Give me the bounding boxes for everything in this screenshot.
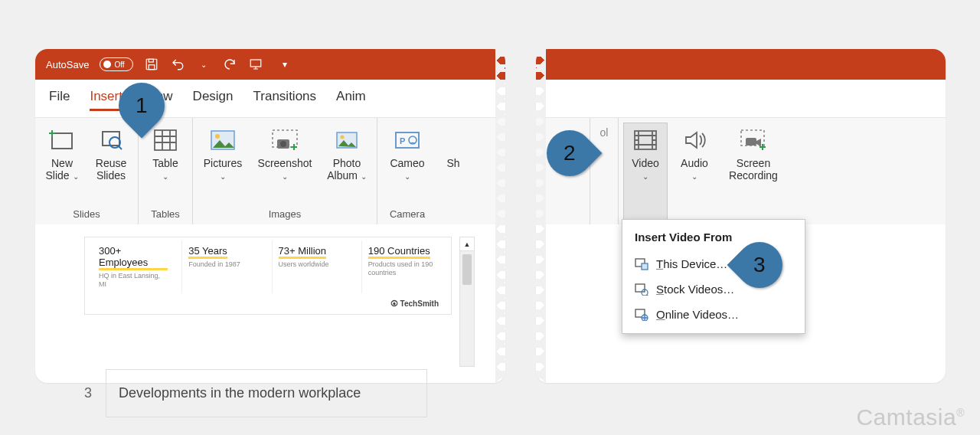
undo-icon[interactable] — [170, 57, 185, 72]
slide-number-3: 3 — [84, 385, 92, 401]
stat-countries: 190 Countries Products used in 190 count… — [361, 240, 443, 293]
stat-employees: 300+ Employees HQ in East Lansing, MI — [93, 240, 174, 293]
autosave-toggle[interactable]: Off — [100, 57, 133, 71]
screenshot-icon — [270, 126, 299, 154]
slide-3-title: Developments in the modern workplace — [106, 369, 427, 417]
svg-rect-20 — [746, 138, 756, 146]
table-button[interactable]: Table⌄ — [143, 123, 188, 207]
save-icon[interactable] — [144, 57, 159, 72]
ribbon-group-slides: New Slide ⌄ Reuse Slides Slides — [35, 118, 139, 224]
autosave-label: AutoSave — [46, 59, 89, 70]
ribbon-group-media: Video⌄ Audio⌄ Screen Recording — [619, 118, 790, 224]
tab-file[interactable]: File — [49, 89, 70, 111]
tab-insert[interactable]: Insert — [90, 89, 122, 111]
svg-text:P: P — [400, 136, 405, 146]
online-videos-icon — [635, 309, 648, 321]
dropdown-header: Insert Video From — [622, 227, 805, 251]
title-bar-right: . — [536, 49, 946, 80]
this-device-icon — [635, 258, 648, 270]
ribbon-group-tables: Table⌄ Tables — [139, 118, 193, 224]
screen-recording-button[interactable]: Screen Recording — [721, 123, 786, 223]
ribbon-group-camera: P Cameo⌄ Camera — [377, 118, 437, 224]
group-label-tables: Tables — [151, 207, 180, 223]
reuse-slides-icon — [96, 126, 126, 154]
pictures-icon — [208, 126, 237, 154]
new-slide-button[interactable]: New Slide ⌄ — [40, 123, 84, 207]
photo-album-icon — [332, 126, 361, 154]
svg-rect-7 — [155, 130, 176, 150]
menu-stock-videos[interactable]: Stock Videos… — [622, 276, 805, 302]
svg-point-12 — [280, 141, 286, 147]
svg-rect-1 — [149, 59, 154, 62]
cameo-button[interactable]: P Cameo⌄ — [382, 123, 433, 207]
audio-icon — [680, 126, 709, 154]
ribbon-insert: New Slide ⌄ Reuse Slides Slides Table⌄ — [35, 117, 505, 224]
tab-transitions[interactable]: Transitions — [253, 89, 317, 111]
svg-point-9 — [215, 134, 220, 139]
video-icon — [631, 126, 660, 154]
qat-customize-icon[interactable]: ▾ — [277, 57, 292, 72]
torn-edge-right — [495, 49, 506, 383]
svg-point-14 — [341, 136, 345, 139]
group-label-slides: Slides — [73, 207, 100, 223]
present-icon[interactable] — [248, 57, 263, 72]
ribbon-unknown-cut[interactable]: ol — [595, 123, 613, 223]
torn-edge-left — [535, 49, 546, 383]
photo-album-button[interactable]: Photo Album ⌄ — [322, 123, 372, 207]
slide-thumbnail-2[interactable]: 300+ Employees HQ in East Lansing, MI 35… — [84, 237, 452, 315]
camtasia-watermark: Camtasia® — [856, 404, 965, 430]
table-icon — [151, 126, 180, 154]
screenshot-button[interactable]: Screenshot⌄ — [253, 123, 317, 207]
svg-rect-4 — [52, 133, 72, 149]
group-label-camera: Camera — [390, 207, 425, 223]
svg-rect-3 — [251, 60, 262, 67]
svg-rect-0 — [147, 59, 158, 70]
shapes-button-cut[interactable]: Sh — [442, 123, 465, 223]
title-bar: AutoSave Off ⌄ ▾ — [35, 49, 505, 80]
stock-videos-icon — [635, 283, 648, 296]
scroll-thumb[interactable] — [462, 254, 472, 285]
undo-dropdown-icon[interactable]: ⌄ — [196, 57, 211, 72]
ribbon-tabs: File Insert Draw Design Transitions Anim — [35, 80, 505, 117]
group-label-images: Images — [269, 207, 302, 223]
redo-icon[interactable] — [222, 57, 237, 72]
svg-rect-22 — [642, 263, 648, 270]
reuse-slides-button[interactable]: Reuse Slides — [89, 123, 133, 207]
audio-button[interactable]: Audio⌄ — [672, 123, 717, 223]
slide-thumbnail-3[interactable]: 3 Developments in the modern workplace — [84, 369, 427, 417]
thumbnail-scrollbar[interactable]: ▲ — [459, 237, 475, 367]
cameo-icon: P — [393, 126, 422, 154]
video-button[interactable]: Video⌄ — [623, 123, 668, 223]
ribbon-group-images: Pictures⌄ Screenshot⌄ Photo Album ⌄ Imag… — [193, 118, 377, 224]
tab-design[interactable]: Design — [193, 89, 234, 111]
powerpoint-window-left: AutoSave Off ⌄ ▾ File Insert Draw Design… — [35, 49, 505, 383]
new-slide-icon — [47, 126, 77, 154]
ribbon-media: ol Video⌄ Audio⌄ — [536, 117, 946, 224]
stat-years: 35 Years Founded in 1987 — [181, 240, 263, 293]
stat-users: 73+ Million Users worldwide — [272, 240, 354, 293]
screen-recording-icon — [739, 126, 768, 154]
svg-rect-23 — [635, 284, 645, 292]
powerpoint-window-right: . . ol Video⌄ — [536, 49, 946, 383]
svg-rect-2 — [149, 65, 155, 70]
scroll-up-icon[interactable]: ▲ — [460, 237, 474, 251]
techsmith-logo: ⦿ TechSmith — [85, 296, 451, 314]
menu-online-videos[interactable]: Online Videos… — [622, 302, 805, 327]
tab-animations[interactable]: Anim — [336, 89, 366, 111]
pictures-button[interactable]: Pictures⌄ — [198, 123, 248, 207]
